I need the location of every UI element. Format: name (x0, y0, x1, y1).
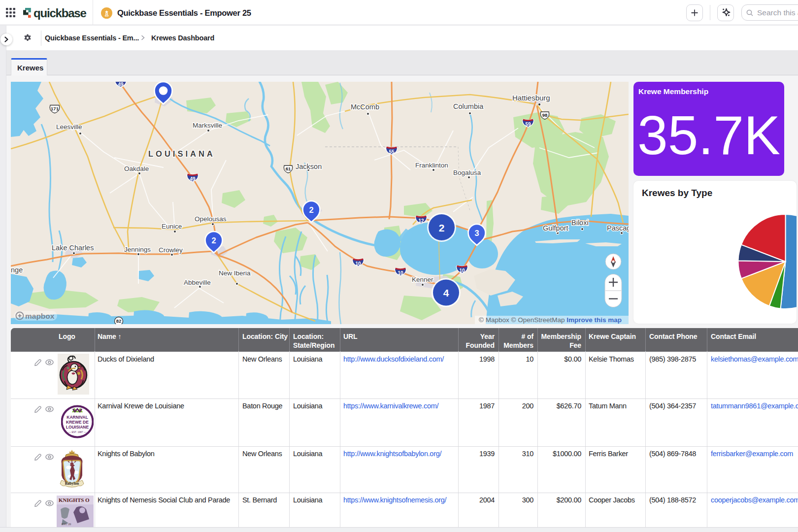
svg-text:EST. 20: EST. 20 (62, 523, 71, 526)
svg-text:Babylon: Babylon (65, 481, 79, 486)
svg-text:KNIGHTS O: KNIGHTS O (59, 497, 90, 503)
svg-text:KARNIVAL: KARNIVAL (66, 415, 88, 420)
svg-text:KREWE DE: KREWE DE (66, 420, 89, 425)
svg-text:LOUISIANE: LOUISIANE (66, 425, 89, 430)
svg-text:— EST. 1987 —: — EST. 1987 — (68, 431, 86, 433)
